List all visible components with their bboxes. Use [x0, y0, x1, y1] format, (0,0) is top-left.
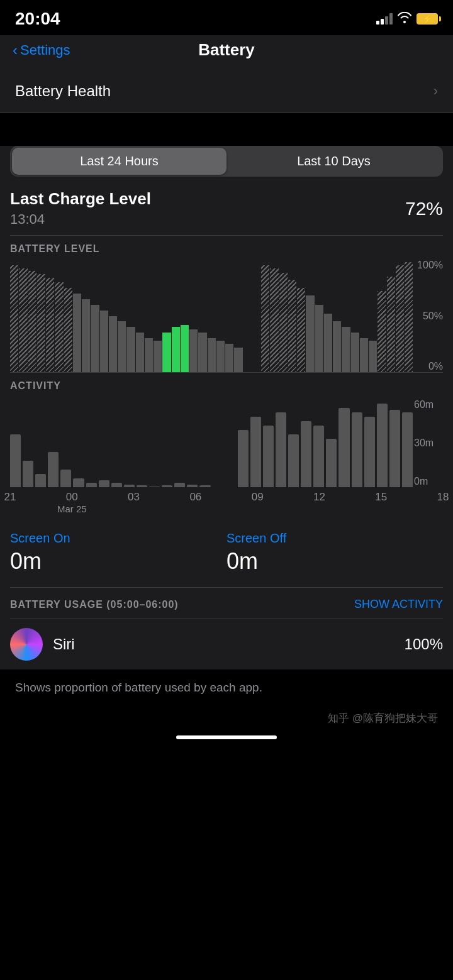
activity-bar	[162, 485, 172, 487]
battery-bar	[351, 333, 359, 372]
x-axis-label-group: 12	[313, 491, 325, 504]
status-bar: 20:04 ⚡	[0, 0, 453, 35]
battery-bar	[37, 274, 45, 372]
x-axis-label: 03	[128, 491, 140, 504]
battery-bar	[64, 288, 72, 372]
screen-on-label: Screen On	[10, 531, 226, 546]
screen-off-stat: Screen Off 0m	[226, 531, 443, 575]
battery-health-row[interactable]: Battery Health ›	[0, 70, 453, 113]
battery-bar	[333, 321, 341, 372]
activity-bar	[111, 483, 122, 487]
battery-bar	[261, 265, 269, 372]
activity-bar	[23, 461, 33, 487]
battery-bar	[387, 277, 395, 372]
divider	[0, 113, 453, 133]
battery-bar	[91, 305, 99, 372]
battery-bar	[46, 278, 54, 372]
usage-header-label: BATTERY USAGE (05:00–06:00)	[10, 599, 179, 610]
battery-bar	[378, 291, 386, 372]
show-activity-button[interactable]: SHOW ACTIVITY	[354, 598, 443, 611]
activity-chart: 60m 30m 0m	[10, 399, 443, 487]
battery-bar	[100, 311, 108, 372]
battery-level-label: BATTERY LEVEL	[10, 243, 443, 255]
battery-bar	[405, 262, 413, 372]
activity-bar	[263, 426, 274, 487]
battery-bar	[55, 282, 63, 372]
activity-bar	[276, 412, 286, 487]
battery-bar	[10, 265, 18, 372]
nav-bar: ‹ Settings Battery	[0, 35, 453, 70]
activity-bar	[199, 485, 210, 487]
x-axis-label-group: 00Mar 25	[57, 491, 87, 514]
siri-icon	[10, 628, 43, 661]
activity-bar	[313, 426, 324, 487]
battery-bar	[306, 295, 314, 372]
charge-level-title: Last Charge Level	[10, 189, 151, 209]
chevron-left-icon: ‹	[13, 41, 18, 59]
battery-bar	[189, 329, 198, 372]
activity-bar	[364, 417, 375, 487]
battery-bar	[208, 338, 216, 372]
charge-level-time: 13:04	[10, 211, 151, 228]
activity-bar	[187, 485, 198, 487]
tab-last-10-days[interactable]: Last 10 Days	[226, 148, 441, 175]
activity-bar	[250, 417, 261, 487]
battery-bar	[369, 341, 377, 372]
activity-chart-section: ACTIVITY 60m 30m 0m	[10, 373, 443, 487]
home-bar	[176, 735, 277, 739]
activity-label: ACTIVITY	[10, 380, 443, 392]
charge-level-percent: 72%	[405, 198, 443, 219]
activity-chart-container: 60m 30m 0m	[10, 399, 443, 487]
x-axis-label: 15	[375, 491, 387, 504]
battery-bar	[360, 338, 368, 372]
battery-bar	[19, 268, 27, 372]
footer-note: Shows proportion of battery used by each…	[0, 669, 453, 706]
x-axis-label-group: 18	[437, 491, 449, 504]
battery-bar	[216, 341, 225, 372]
battery-health-label: Battery Health	[15, 82, 111, 100]
activity-bar	[10, 434, 21, 487]
activity-bar	[174, 483, 185, 487]
battery-bars	[10, 260, 443, 372]
battery-bar	[288, 280, 296, 372]
status-icons: ⚡	[376, 12, 438, 26]
x-axis-label: 12	[313, 491, 325, 504]
battery-bar	[342, 327, 350, 372]
footer-note-text: Shows proportion of battery used by each…	[15, 681, 262, 694]
activity-bar	[238, 430, 249, 487]
back-label: Settings	[20, 42, 70, 58]
back-button[interactable]: ‹ Settings	[13, 41, 70, 59]
screen-on-value: 0m	[10, 548, 226, 575]
battery-bar	[162, 333, 171, 372]
activity-bar	[326, 439, 337, 487]
x-axis-label-group: 03	[128, 491, 140, 504]
screen-off-value: 0m	[226, 548, 443, 575]
battery-bar	[82, 299, 90, 372]
battery-bar	[315, 305, 323, 372]
battery-bar	[172, 327, 180, 372]
watermark: 知乎 @陈育狗把妹大哥	[0, 706, 453, 725]
battery-level-chart-section: BATTERY LEVEL 100% 50% 0%	[10, 236, 443, 373]
tab-last-24-hours[interactable]: Last 24 Hours	[12, 148, 226, 175]
battery-y-labels: 100% 50% 0%	[414, 260, 443, 372]
battery-bar	[145, 338, 153, 372]
activity-bar	[137, 485, 147, 487]
activity-bar	[301, 421, 311, 487]
battery-bar	[28, 271, 36, 372]
activity-y-labels: 60m 30m 0m	[414, 399, 443, 487]
content-area: Last 24 Hours Last 10 Days Last Charge L…	[0, 146, 453, 669]
battery-bar	[234, 348, 242, 372]
status-time: 20:04	[15, 9, 60, 29]
x-axis-label: 09	[252, 491, 264, 504]
app-row[interactable]: Siri 100%	[10, 619, 443, 669]
battery-bar	[109, 316, 117, 373]
usage-header: BATTERY USAGE (05:00–06:00) SHOW ACTIVIT…	[10, 588, 443, 619]
battery-bar	[324, 314, 332, 372]
activity-bar	[99, 480, 109, 487]
battery-bar	[126, 327, 135, 372]
charge-level-info: Last Charge Level 13:04	[10, 189, 151, 228]
battery-bar	[396, 265, 404, 372]
battery-bar	[136, 333, 144, 372]
battery-bar	[154, 341, 162, 372]
signal-icon	[376, 13, 393, 25]
